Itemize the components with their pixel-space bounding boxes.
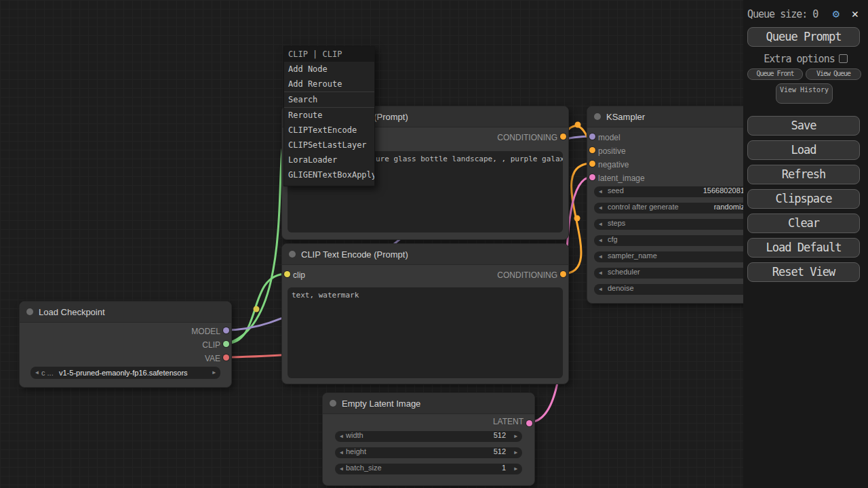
positive-input-label: positive [598,146,626,157]
node-title-bar[interactable]: Load Checkpoint [20,302,231,323]
extra-options-label: Extra options [764,53,834,65]
refresh-button[interactable]: Refresh [747,165,860,184]
widget-value: v1-5-pruned-emaonly-fp16.safetensors [59,367,188,379]
decrement-arrow-icon[interactable]: ◀ [599,203,602,214]
widget-label: seed [608,186,624,195]
clear-button[interactable]: Clear [747,214,860,233]
node-title: CLIP Text Encode (Prompt) [301,249,408,260]
extra-options-row: Extra options [743,53,868,65]
decrement-arrow-icon[interactable]: ◀ [599,235,602,246]
widget-seed[interactable]: ◀ seed 15668020817 ▶ [594,186,764,197]
conditioning-output-port[interactable] [560,271,566,277]
node-clip-text-encode-negative[interactable]: CLIP Text Encode (Prompt) clip CONDITION… [281,243,569,384]
widget-label: cfg [608,235,618,243]
model-output-label: MODEL [191,326,220,337]
latent-output-port[interactable] [526,420,532,426]
widget-steps[interactable]: ◀ steps ▶ [594,219,764,230]
widget-cfg[interactable]: ◀ cfg ▶ [594,235,764,246]
increment-arrow-icon[interactable]: ▶ [514,431,517,442]
widget-batch-size[interactable]: ◀ batch_size 1 ▶ [335,464,522,474]
load-default-button[interactable]: Load Default [747,238,860,258]
save-button[interactable]: Save [747,116,860,136]
increment-arrow-icon[interactable]: ▶ [514,464,517,474]
clip-input-label: clip [293,270,305,281]
widget-value: 1 [502,464,506,472]
menu-item-gligentextboxapply[interactable]: GLIGENTextBoxApply [284,167,374,182]
latent-image-input-port[interactable] [589,174,595,180]
decrement-arrow-icon[interactable]: ◀ [599,186,602,197]
widget-label: steps [608,219,625,227]
decrement-arrow-icon[interactable]: ◀ [340,431,343,442]
widget-width[interactable]: ◀ width 512 ▶ [335,431,522,442]
widget-sampler-name[interactable]: ◀ sampler_name ▶ [594,251,764,262]
decrement-arrow-icon[interactable]: ◀ [599,268,602,279]
node-title: Empty Latent Image [342,399,420,409]
settings-gear-icon[interactable]: ⚙ [833,7,840,20]
widget-value: 512 [494,431,506,439]
close-icon[interactable]: ✕ [852,7,859,20]
node-title-bar[interactable]: CLIP Text Encode (Prompt) [282,244,568,265]
widget-label: height [346,447,366,455]
node-status-dot [594,113,601,120]
positive-input-port[interactable] [589,147,595,153]
decrement-arrow-icon[interactable]: ◀ [599,219,602,230]
node-title-bar[interactable]: Empty Latent Image [323,393,534,414]
widget-control-after-generate[interactable]: ◀ control after generate randomize ▶ [594,203,764,214]
widget-denoise[interactable]: ◀ denoise ▶ [594,284,764,295]
queue-front-button[interactable]: Queue Front [747,68,803,80]
view-queue-button[interactable]: View Queue [806,68,861,80]
widget-value: 512 [494,447,506,455]
context-menu: CLIP | CLIP Add Node Add Reroute Search … [283,46,375,186]
decrement-arrow-icon[interactable]: ◀ [599,284,602,295]
decrement-arrow-icon[interactable]: ◀ [599,251,602,262]
conditioning-output-port[interactable] [560,134,566,140]
extra-options-checkbox[interactable] [839,54,848,63]
widget-value: 15668020817 [703,186,749,195]
negative-input-port[interactable] [589,161,595,167]
latent-output-label: LATENT [493,416,524,427]
load-button[interactable]: Load [747,140,860,160]
menu-search-input[interactable]: Search [284,92,374,107]
latent-image-input-label: latent_image [598,173,645,184]
increment-arrow-icon[interactable]: ▶ [514,447,517,458]
widget-label: width [346,431,363,439]
widget-label: batch_size [346,464,382,472]
context-menu-title: CLIP | CLIP [284,47,374,62]
clip-output-port[interactable] [223,341,229,347]
reset-view-button[interactable]: Reset View [747,262,860,282]
view-history-button[interactable]: View History [776,83,833,104]
model-input-label: model [598,132,620,143]
negative-prompt-text: text, watermark [292,291,359,300]
widget-label: denoise [608,284,634,292]
menu-item-add-node[interactable]: Add Node [284,62,374,77]
next-option-arrow-icon[interactable]: ▶ [212,367,216,379]
node-load-checkpoint[interactable]: Load Checkpoint MODEL CLIP VAE ◀ c ... v… [19,301,232,388]
clip-input-port[interactable] [284,271,290,277]
negative-prompt-textarea[interactable]: text, watermark [288,287,563,378]
node-status-dot [289,251,296,258]
model-input-port[interactable] [589,134,595,140]
node-status-dot [330,400,336,407]
menu-item-add-reroute[interactable]: Add Reroute [284,77,374,92]
clipspace-button[interactable]: Clipspace [747,189,860,209]
node-status-dot [26,308,33,315]
node-empty-latent-image[interactable]: Empty Latent Image LATENT ◀ width 512 ▶ … [322,392,535,486]
prev-option-arrow-icon[interactable]: ◀ [35,367,39,379]
menu-item-loraloader[interactable]: LoraLoader [284,152,374,167]
vae-output-port[interactable] [223,354,229,361]
widget-scheduler[interactable]: ◀ scheduler ▶ [594,268,764,279]
menu-item-reroute[interactable]: Reroute [284,107,374,123]
widget-ckpt-name[interactable]: ◀ c ... v1-5-pruned-emaonly-fp16.safeten… [31,367,220,379]
menu-item-clipsetlastlayer[interactable]: CLIPSetLastLayer [284,138,374,152]
widget-label: control after generate [608,203,679,211]
model-output-port[interactable] [223,327,229,333]
conditioning-output-label: CONDITIONING [497,270,557,281]
decrement-arrow-icon[interactable]: ◀ [340,464,343,474]
node-title: KSampler [606,112,645,122]
decrement-arrow-icon[interactable]: ◀ [340,447,343,458]
widget-label: scheduler [608,268,640,276]
menu-item-cliptextencode[interactable]: CLIPTextEncode [284,123,374,138]
widget-height[interactable]: ◀ height 512 ▶ [335,447,522,458]
widget-label: c ... [41,367,54,379]
queue-prompt-button[interactable]: Queue Prompt [747,27,860,47]
